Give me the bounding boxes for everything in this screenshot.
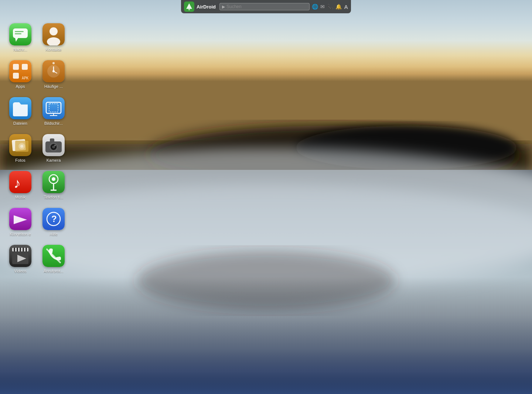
app-item-phonefinder[interactable]: Telefon fi... — [37, 168, 70, 205]
svg-rect-15 — [15, 31, 24, 32]
app-label-phonefinder: Telefon fi... — [44, 195, 63, 199]
app-item-screen[interactable]: Bildschir... — [37, 94, 70, 131]
app-label-messages: Nachr... — [13, 47, 27, 52]
app-label-music: Musik — [15, 195, 26, 199]
app-icon-screen — [42, 97, 65, 119]
app-label-camera: Kamera — [47, 158, 61, 162]
svg-point-41 — [20, 145, 23, 148]
app-icon-apps: APK — [9, 60, 31, 82]
svg-point-11 — [188, 9, 190, 10]
app-item-files[interactable]: Dateien — [4, 94, 37, 131]
app-label-frequent: Häufige ... — [44, 84, 63, 89]
svg-point-48 — [54, 145, 56, 146]
app-label-apps: Apps — [16, 84, 25, 89]
svg-rect-63 — [14, 248, 15, 251]
app-item-contacts[interactable]: Kontakte — [37, 20, 70, 57]
toolbar-brand-label: AirDroid — [197, 4, 216, 10]
font-icon[interactable]: A — [344, 4, 348, 10]
app-icon-photos — [9, 134, 31, 156]
app-item-messages[interactable]: Nachr... — [4, 20, 37, 57]
svg-rect-64 — [17, 248, 18, 251]
search-icon: ▶ — [222, 4, 225, 9]
app-item-help[interactable]: ?Hilfe — [37, 205, 70, 242]
app-item-videos[interactable]: Videos — [4, 242, 37, 279]
app-label-help: Hilfe — [50, 232, 58, 236]
app-icon-ringtones — [9, 208, 31, 230]
app-item-apps[interactable]: APKApps — [4, 57, 37, 94]
toolbar: AirDroid ▶ 🌐 ✉ 📞 🔔 A — [181, 0, 351, 13]
app-icon-callblocker — [42, 245, 65, 267]
svg-point-30 — [52, 62, 55, 64]
app-icon-frequent — [42, 60, 65, 82]
app-item-callblocker[interactable]: Anrufprot... — [37, 242, 70, 279]
app-icon-contacts — [42, 23, 65, 45]
app-label-files: Dateien — [13, 121, 27, 126]
svg-point-18 — [50, 27, 58, 35]
app-label-videos: Videos — [14, 269, 26, 273]
svg-point-53 — [52, 177, 55, 181]
search-input[interactable] — [226, 4, 307, 9]
app-label-screen: Bildschir... — [44, 121, 63, 126]
app-item-frequent[interactable]: Häufige ... — [37, 57, 70, 94]
svg-rect-65 — [20, 248, 21, 251]
app-grid: Nachr...KontakteAPKAppsHäufige ...Dateie… — [4, 20, 70, 279]
app-item-ringtones[interactable]: Klingelton e — [4, 205, 37, 242]
app-item-photos[interactable]: Fotos — [4, 131, 37, 168]
app-icon-music: ♪ — [9, 171, 31, 193]
app-icon-phonefinder — [42, 171, 65, 193]
svg-rect-21 — [13, 64, 19, 70]
app-label-ringtones: Klingelton e — [10, 232, 31, 236]
phone-icon[interactable]: 📞 — [327, 4, 333, 10]
app-icon-messages — [9, 23, 31, 45]
svg-rect-44 — [50, 138, 54, 142]
app-item-camera[interactable]: Kamera — [37, 131, 70, 168]
app-icon-videos — [9, 245, 31, 267]
earth-icon[interactable]: 🌐 — [312, 4, 318, 10]
app-icon-files — [9, 97, 31, 119]
svg-rect-22 — [13, 73, 19, 79]
airdroid-logo — [184, 1, 194, 12]
svg-text:APK: APK — [22, 76, 28, 80]
svg-text:♪: ♪ — [14, 175, 21, 191]
toolbar-search-box[interactable]: ▶ — [219, 3, 310, 10]
svg-rect-16 — [15, 33, 21, 34]
svg-rect-8 — [0, 277, 532, 394]
toolbar-icons: 🌐 ✉ 📞 🔔 A — [312, 4, 348, 10]
svg-text:?: ? — [51, 214, 57, 224]
svg-rect-67 — [25, 248, 27, 251]
mail-icon[interactable]: ✉ — [320, 4, 325, 10]
app-label-contacts: Kontakte — [45, 47, 61, 52]
app-icon-help: ? — [42, 208, 65, 230]
app-icon-camera — [42, 134, 65, 156]
svg-rect-23 — [22, 64, 28, 70]
app-item-music[interactable]: ♪Musik — [4, 168, 37, 205]
app-label-callblocker: Anrufprot... — [44, 269, 64, 273]
svg-rect-66 — [23, 248, 24, 251]
notification-icon[interactable]: 🔔 — [335, 4, 342, 10]
app-label-photos: Fotos — [15, 158, 25, 162]
